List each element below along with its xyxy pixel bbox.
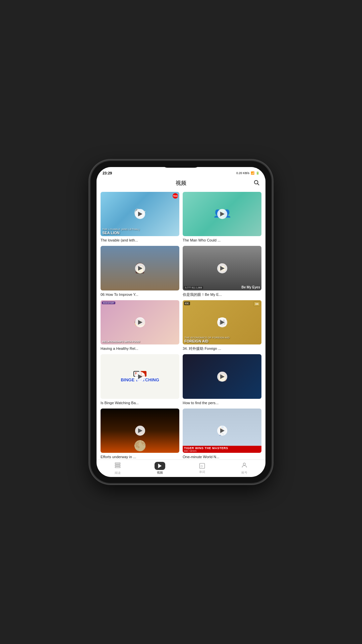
video-label-9: Efforts underway in ...: [101, 454, 179, 459]
nav-item-word[interactable]: D 单词: [181, 463, 223, 474]
video-label-8: How to find the pers...: [183, 400, 261, 405]
video-item-5[interactable]: 🍩 KICKSTART RELATIONSHIPS WITH FOOD Havi…: [101, 300, 179, 351]
video-label-6: 34. 对外援助 Foreign ...: [183, 346, 261, 351]
phone-frame: 23:29 0.20 KB/s 📶 🔋 视频: [90, 161, 272, 483]
play-button-7[interactable]: [135, 372, 145, 382]
svg-text:D: D: [201, 465, 203, 468]
video-label-5: Having a Healthy Rel...: [101, 346, 179, 351]
page-title: 视频: [176, 180, 186, 187]
play-button-10[interactable]: [217, 426, 227, 436]
video-label-10: One-minute World N...: [183, 454, 261, 459]
video-label-2: The Man Who Could ...: [183, 238, 261, 243]
nav-label-read: 阅读: [115, 471, 121, 475]
video-thumb-6: 👨‍👩‍👧 CC 34 THE ECONOMICS OF FOREIGN AID…: [183, 300, 261, 344]
play-button-9[interactable]: [135, 426, 145, 436]
video-thumb-8: 👩: [183, 354, 261, 398]
video-thumb-9: 🌕: [101, 409, 179, 453]
read-icon: [114, 462, 121, 470]
play-button-5[interactable]: [135, 317, 145, 327]
status-time: 23:29: [103, 171, 112, 175]
nav-label-word: 单词: [199, 470, 205, 474]
play-button-2[interactable]: [217, 209, 227, 219]
svg-rect-2: [115, 463, 120, 464]
svg-rect-3: [115, 465, 120, 466]
video-list-scroll[interactable]: 🦭 THE LOVABLE (AND LETHAL) SEA LION TED …: [97, 189, 265, 460]
app-header: 视频: [97, 177, 265, 189]
nav-label-account: 账号: [241, 471, 247, 475]
thumb-sub-1: THE LOVABLE (AND LETHAL): [102, 228, 178, 231]
play-button-1[interactable]: [135, 209, 145, 219]
video-item-9[interactable]: 🌕 Efforts underway in ...: [101, 409, 179, 459]
svg-point-8: [243, 463, 246, 465]
play-button-6[interactable]: [217, 317, 227, 327]
status-bar: 23:29 0.20 KB/s 📶 🔋: [97, 167, 265, 177]
play-button-4[interactable]: [217, 263, 227, 273]
data-speed: 0.20 KB/s: [236, 171, 249, 175]
video-thumb-10: 🏌️ TIGER WINS THE MASTERS BBC NEWS: [183, 409, 261, 453]
nav-item-account[interactable]: 账号: [223, 462, 265, 475]
search-button[interactable]: [252, 178, 261, 188]
video-grid: 🦭 THE LOVABLE (AND LETHAL) SEA LION TED …: [101, 192, 261, 459]
video-item-7[interactable]: N ▶ BINGE WATCHING Is Binge Watching Ba.…: [101, 354, 179, 405]
wifi-icon: 📶: [251, 171, 254, 175]
svg-rect-4: [115, 467, 120, 468]
phone-screen: 23:29 0.20 KB/s 📶 🔋 视频: [97, 167, 265, 477]
tiger-win-text: TIGER WINS THE MASTERS: [184, 446, 260, 450]
thumb-main-1: SEA LION: [102, 231, 178, 235]
nav-item-read[interactable]: 阅读: [97, 462, 139, 475]
video-nav-bg: [155, 462, 165, 470]
video-item-8[interactable]: 👩 How to find the pers...: [183, 354, 261, 405]
video-item-3[interactable]: 👩 06 How To Improve Y...: [101, 246, 179, 297]
account-icon: [241, 462, 248, 470]
play-button-8[interactable]: [217, 372, 227, 382]
video-label-1: The lovable (and leth...: [101, 238, 179, 243]
video-thumb-2: 👤👤: [183, 192, 261, 236]
tiger-news-sub: BBC NEWS: [184, 450, 260, 452]
video-item-10[interactable]: 🏌️ TIGER WINS THE MASTERS BBC NEWS One-m…: [183, 409, 261, 459]
play-button-3[interactable]: [135, 263, 145, 273]
nav-item-video[interactable]: 视频: [139, 462, 181, 475]
bottom-nav: 阅读 视频 D 单词: [97, 460, 265, 477]
video-thumb-3: 👩: [101, 246, 179, 290]
nav-label-video: 视频: [157, 471, 163, 475]
foreign-sub: THE ECONOMICS OF FOREIGN AID: [184, 336, 260, 339]
video-label-7: Is Binge Watching Ba...: [101, 400, 179, 405]
svg-marker-5: [158, 464, 162, 468]
tiger-banner: TIGER WINS THE MASTERS BBC NEWS: [183, 446, 261, 453]
word-icon: D: [199, 463, 205, 469]
notch: [161, 161, 201, 168]
stats-bar: 9,777 911 1,668: [184, 286, 203, 289]
video-thumb-1: 🦭 THE LOVABLE (AND LETHAL) SEA LION TED: [101, 192, 179, 236]
foreign-main: FOREIGN AID: [184, 339, 260, 343]
food-text: RELATIONSHIPS WITH FOOD: [102, 340, 178, 343]
bme-logo: Be My Eyes: [241, 285, 260, 289]
video-item-6[interactable]: 👨‍👩‍👧 CC 34 THE ECONOMICS OF FOREIGN AID…: [183, 300, 261, 351]
battery-icon: 🔋: [256, 171, 259, 175]
ted-badge-1: TED: [173, 193, 178, 199]
video-label-4: 你是我的眼！Be My E...: [183, 292, 261, 297]
svg-line-1: [257, 183, 259, 185]
video-thumb-5: 🍩 KICKSTART RELATIONSHIPS WITH FOOD: [101, 300, 179, 344]
video-thumb-7: N ▶ BINGE WATCHING: [101, 354, 179, 398]
video-label-3: 06 How To Improve Y...: [101, 292, 179, 297]
video-item-2[interactable]: 👤👤 The Man Who Could ...: [183, 192, 261, 243]
status-icons: 0.20 KB/s 📶 🔋: [236, 171, 259, 175]
video-item-4[interactable]: 🧔 Be My Eyes 9,777 911 1,668 你是我的眼！Be My…: [183, 246, 261, 297]
video-thumb-4: 🧔 Be My Eyes 9,777 911 1,668: [183, 246, 261, 290]
video-item-1[interactable]: 🦭 THE LOVABLE (AND LETHAL) SEA LION TED …: [101, 192, 179, 243]
